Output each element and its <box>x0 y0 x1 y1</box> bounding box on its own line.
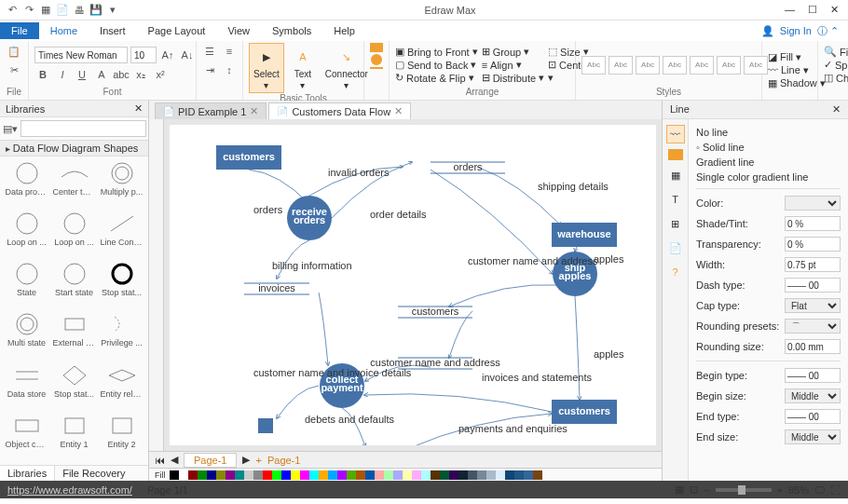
shape-stencil[interactable]: Multiply p... <box>99 160 144 209</box>
zoom-out-icon[interactable]: − <box>704 484 709 496</box>
shape-stencil[interactable]: Entity 2 <box>99 413 144 461</box>
close-button[interactable]: ✕ <box>830 4 839 16</box>
panel-close-icon[interactable]: ✕ <box>832 103 841 116</box>
page-nav-first-icon[interactable]: ⏮ <box>155 455 165 466</box>
color-swatch[interactable] <box>384 470 393 480</box>
select-tool[interactable]: ▶Select▾ <box>249 43 284 93</box>
shape-circle-icon[interactable] <box>371 54 382 65</box>
bring-front-button[interactable]: ▣ Bring to Front ▾ <box>395 46 478 58</box>
style-preset[interactable]: Abc <box>609 56 633 75</box>
font-shrink-icon[interactable]: A↓ <box>179 47 196 63</box>
shape-stencil[interactable]: Multi state <box>4 311 49 360</box>
shape-stencil[interactable]: Start state <box>51 261 97 309</box>
ribbon-collapse-icon[interactable]: ⓘ ⌃ <box>817 24 839 38</box>
group-button[interactable]: ⊞ Group ▾ <box>482 46 544 58</box>
line-button[interactable]: 〰 Line ▾ <box>768 64 826 76</box>
color-swatch[interactable] <box>263 470 272 480</box>
page-tab[interactable]: Page-1 <box>184 453 237 468</box>
color-swatch[interactable] <box>319 470 328 480</box>
shape-stencil[interactable]: Entity rela... <box>99 362 144 411</box>
file-recovery-tab[interactable]: File Recovery <box>55 466 132 481</box>
color-swatch[interactable] <box>281 470 291 480</box>
spacing-icon[interactable]: ↕ <box>221 61 238 78</box>
style-preset[interactable]: Abc <box>690 56 714 75</box>
color-swatch[interactable] <box>179 470 188 480</box>
shape-stencil[interactable]: Entity 1 <box>51 413 97 461</box>
shape-stencil[interactable]: Stop stat... <box>99 261 144 309</box>
color-swatch[interactable] <box>365 470 375 480</box>
align-icon[interactable]: ≡ <box>221 43 238 60</box>
fullscreen-icon[interactable]: ⛶ <box>830 484 841 496</box>
font-grow-icon[interactable]: A↑ <box>159 47 176 63</box>
transparency-input[interactable] <box>785 237 841 252</box>
spelling-button[interactable]: ✓ Spelling Check <box>824 59 848 71</box>
shape-stencil[interactable]: External e... <box>51 311 97 360</box>
shade-input[interactable] <box>785 216 841 231</box>
begin-size-select[interactable]: Middle <box>785 388 841 403</box>
width-input[interactable] <box>785 257 841 272</box>
canvas[interactable]: customerswarehousecustomersreceiveorders… <box>170 125 656 445</box>
file-menu[interactable]: File <box>0 22 39 39</box>
tab-insert[interactable]: Insert <box>89 22 137 39</box>
shape-stencil[interactable]: Loop on ... <box>51 211 97 259</box>
color-swatch[interactable] <box>393 470 403 480</box>
shape-stencil[interactable]: Privilege ... <box>99 311 144 360</box>
library-search-input[interactable] <box>21 120 146 137</box>
layout-panel-icon[interactable]: ⊞ <box>666 214 685 233</box>
color-swatch[interactable] <box>226 470 235 480</box>
color-swatch[interactable] <box>449 470 458 480</box>
font-family-select[interactable] <box>34 47 128 63</box>
text-tool[interactable]: AText▾ <box>288 44 318 92</box>
shape-line-icon[interactable] <box>370 67 383 69</box>
color-swatch[interactable] <box>347 470 356 480</box>
color-swatch[interactable] <box>235 470 244 480</box>
rotate-flip-button[interactable]: ↻ Rotate & Flip ▾ <box>395 72 478 84</box>
text-panel-icon[interactable]: T <box>666 190 685 209</box>
color-swatch[interactable] <box>440 470 449 480</box>
doc-tab[interactable]: 📄 Customers Data Flow ✕ <box>268 102 411 119</box>
user-icon[interactable]: 👤 <box>761 25 774 37</box>
color-swatch[interactable] <box>170 470 179 480</box>
subscript-button[interactable]: x₂ <box>132 66 149 83</box>
shape-rect-icon[interactable] <box>370 43 383 52</box>
style-preset[interactable]: Abc <box>717 56 741 75</box>
minimize-button[interactable]: — <box>785 4 795 16</box>
bold-button[interactable]: B <box>34 66 51 83</box>
shape-category[interactable]: ▸ Data Flow Diagram Shapes <box>0 141 148 157</box>
page-nav-next-icon[interactable]: ▶ <box>242 454 250 466</box>
color-swatch[interactable] <box>496 470 505 480</box>
strikethrough-button[interactable]: abc <box>113 66 130 83</box>
fit-icon[interactable]: ⊡ <box>690 484 698 496</box>
color-swatch[interactable] <box>412 470 421 480</box>
redo-icon[interactable]: ↷ <box>22 4 35 17</box>
end-type-input[interactable] <box>785 409 841 424</box>
page-panel-icon[interactable]: 📄 <box>666 238 685 257</box>
shape-stencil[interactable]: Object cal... <box>4 413 49 461</box>
style-preset[interactable]: Abc <box>663 56 687 75</box>
color-swatch[interactable] <box>272 470 281 480</box>
color-swatch[interactable] <box>291 470 300 480</box>
color-swatch[interactable] <box>524 470 533 480</box>
paste-icon[interactable]: 📋 <box>6 43 22 60</box>
style-preset[interactable]: Abc <box>636 56 660 75</box>
shadow-button[interactable]: ▦ Shadow ▾ <box>768 77 826 89</box>
sign-in-link[interactable]: Sign In <box>780 25 812 36</box>
indent-icon[interactable]: ⇥ <box>201 61 218 78</box>
shape-stencil[interactable]: State <box>4 261 49 309</box>
send-back-button[interactable]: ▢ Send to Back ▾ <box>395 59 478 71</box>
page-nav-prev-icon[interactable]: ◀ <box>171 454 178 466</box>
underline-button[interactable]: U <box>74 66 90 83</box>
status-url[interactable]: https://www.edrawsoft.com/ <box>7 484 132 496</box>
color-swatch[interactable] <box>486 470 496 480</box>
color-swatch[interactable] <box>356 470 365 480</box>
add-page-icon[interactable]: + <box>255 455 261 466</box>
fill-button[interactable]: ◪ Fill ▾ <box>768 51 826 63</box>
shape-stencil[interactable]: Line Conn... <box>99 211 144 259</box>
fill-panel-icon[interactable] <box>668 149 683 160</box>
color-swatch[interactable] <box>468 470 477 480</box>
view-icon[interactable]: ▦ <box>675 484 684 496</box>
tab-view[interactable]: View <box>216 22 261 39</box>
shape-stencil[interactable]: Data proc... <box>4 160 49 209</box>
bullets-icon[interactable]: ☰ <box>201 43 218 60</box>
no-line-option[interactable]: No line <box>696 125 841 140</box>
